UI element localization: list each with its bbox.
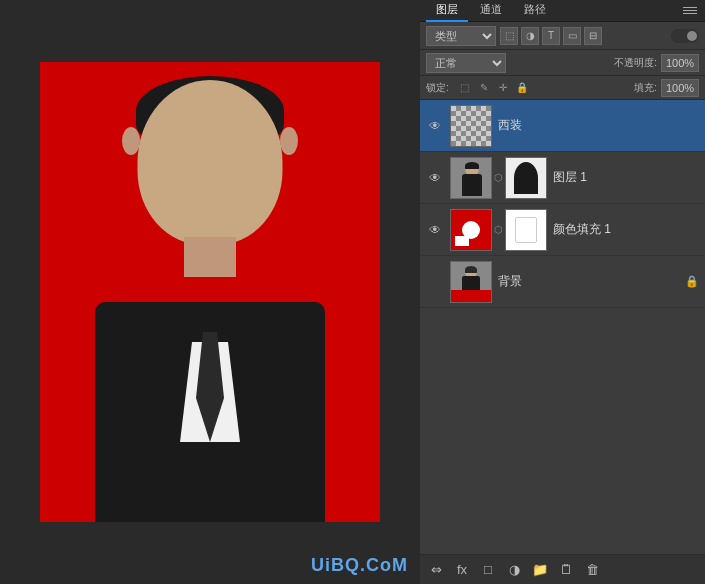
layer-item[interactable]: 👁 ⬡ 图层 1 [420, 152, 705, 204]
layer-name-1: 图层 1 [553, 169, 699, 186]
layer-item[interactable]: 背景 🔒 [420, 256, 705, 308]
layer-visibility-2[interactable]: 👁 [426, 221, 444, 239]
lock-row: 锁定: ⬚ ✎ ✛ 🔒 填充: [420, 76, 705, 100]
link-icon-1: ⬡ [494, 172, 503, 183]
fill-label: 填充: [634, 81, 657, 95]
layer-thumb-red-2 [450, 209, 492, 251]
layer-item[interactable]: 👁 ⬡ 颜色填充 1 [420, 204, 705, 256]
face [142, 102, 278, 242]
layer-name-3: 背景 [498, 273, 679, 290]
tab-layers[interactable]: 图层 [426, 0, 468, 22]
lock-pixel-icon[interactable]: ✎ [476, 80, 492, 96]
tab-paths[interactable]: 路径 [514, 0, 556, 22]
tab-channels[interactable]: 通道 [470, 0, 512, 22]
new-layer-button[interactable]: 🗒 [556, 560, 576, 580]
layer-visibility-1[interactable]: 👁 [426, 169, 444, 187]
panel-tab-group: 图层 通道 路径 [426, 0, 556, 22]
add-mask-button[interactable]: □ [478, 560, 498, 580]
watermark: UiBQ.CoM [311, 555, 408, 576]
new-group-button[interactable]: 📁 [530, 560, 550, 580]
thumb-group-3 [450, 261, 492, 303]
blend-mode-select[interactable]: 正常 [426, 53, 506, 73]
lock-icons: ⬚ ✎ ✛ 🔒 [457, 80, 530, 96]
filter-type-icon[interactable]: T [542, 27, 560, 45]
title-bar: 图层 通道 路径 [420, 0, 705, 22]
thumb-group-0 [450, 105, 492, 147]
layer-name-0: 西装 [498, 117, 699, 134]
opacity-row: 不透明度: [614, 54, 699, 72]
ear-right [280, 127, 298, 155]
link-icon-2: ⬡ [494, 224, 503, 235]
filter-icons: ⬚ ◑ T ▭ ⊟ [500, 27, 602, 45]
layer-thumb-3 [450, 261, 492, 303]
layer-thumb-0 [450, 105, 492, 147]
layers-list: 👁 西装 👁 ⬡ [420, 100, 705, 554]
lock-all-icon[interactable]: 🔒 [514, 80, 530, 96]
filter-toggle[interactable] [671, 29, 699, 43]
layer-name-2: 颜色填充 1 [553, 221, 699, 238]
app-layout: UiBQ.CoM 图层 通道 路径 类型 ⬚ ◑ T [0, 0, 705, 584]
link-layers-button[interactable]: ⇔ [426, 560, 446, 580]
delete-layer-button[interactable]: 🗑 [582, 560, 602, 580]
fx-button[interactable]: fx [452, 560, 472, 580]
adjustment-layer-button[interactable]: ◑ [504, 560, 524, 580]
filter-shape-icon[interactable]: ▭ [563, 27, 581, 45]
layer-mask-thumb-1 [505, 157, 547, 199]
layer-lock-icon-3: 🔒 [685, 275, 699, 288]
layer-mask-thumb-2 [505, 209, 547, 251]
filter-adjustment-icon[interactable]: ◑ [521, 27, 539, 45]
thumb-group-2: ⬡ [450, 209, 547, 251]
person-container [40, 62, 380, 522]
filter-type-select[interactable]: 类型 [426, 26, 496, 46]
neck [184, 237, 236, 277]
canvas-area: UiBQ.CoM [0, 0, 420, 584]
blend-row: 正常 不透明度: [420, 50, 705, 76]
panel-menu-button[interactable] [683, 3, 699, 19]
lock-position-icon[interactable]: ✛ [495, 80, 511, 96]
fill-row: 填充: [634, 79, 699, 97]
layer-item[interactable]: 👁 西装 [420, 100, 705, 152]
lock-label: 锁定: [426, 81, 449, 95]
opacity-input[interactable] [661, 54, 699, 72]
thumb-group-1: ⬡ [450, 157, 547, 199]
lock-transparent-icon[interactable]: ⬚ [457, 80, 473, 96]
opacity-label: 不透明度: [614, 56, 657, 70]
layer-visibility-0[interactable]: 👁 [426, 117, 444, 135]
filter-smart-icon[interactable]: ⊟ [584, 27, 602, 45]
bottom-toolbar: ⇔ fx □ ◑ 📁 🗒 🗑 [420, 554, 705, 584]
filter-pixel-icon[interactable]: ⬚ [500, 27, 518, 45]
filter-row: 类型 ⬚ ◑ T ▭ ⊟ [420, 22, 705, 50]
layer-thumb-1 [450, 157, 492, 199]
fill-input[interactable] [661, 79, 699, 97]
photo-canvas [40, 62, 380, 522]
layers-panel: 图层 通道 路径 类型 ⬚ ◑ T ▭ ⊟ [420, 0, 705, 584]
